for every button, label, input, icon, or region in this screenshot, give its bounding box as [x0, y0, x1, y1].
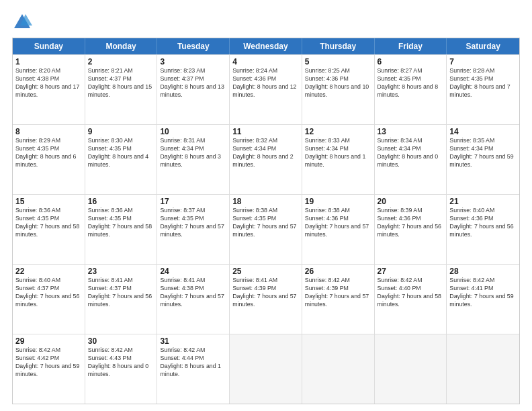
day-number: 8 [15, 127, 82, 136]
calendar-cell: 8Sunrise: 8:29 AM Sunset: 4:35 PM Daylig… [13, 125, 85, 194]
cell-info: Sunrise: 8:36 AM Sunset: 4:35 PM Dayligh… [15, 207, 82, 239]
cell-info: Sunrise: 8:39 AM Sunset: 4:36 PM Dayligh… [378, 207, 444, 239]
calendar-cell: 30Sunrise: 8:42 AM Sunset: 4:43 PM Dayli… [85, 334, 158, 404]
cell-info: Sunrise: 8:23 AM Sunset: 4:37 PM Dayligh… [160, 67, 226, 99]
day-number: 29 [15, 336, 82, 346]
calendar-cell: 1Sunrise: 8:20 AM Sunset: 4:38 PM Daylig… [13, 55, 85, 124]
calendar-cell: 17Sunrise: 8:37 AM Sunset: 4:35 PM Dayli… [157, 195, 230, 264]
calendar-cell: 26Sunrise: 8:42 AM Sunset: 4:39 PM Dayli… [302, 265, 375, 334]
day-number: 31 [160, 336, 226, 346]
cell-info: Sunrise: 8:41 AM Sunset: 4:39 PM Dayligh… [232, 277, 299, 309]
day-number: 21 [449, 197, 517, 206]
header-day-monday: Monday [85, 38, 158, 54]
calendar-cell: 28Sunrise: 8:42 AM Sunset: 4:41 PM Dayli… [447, 265, 519, 334]
cell-info: Sunrise: 8:28 AM Sunset: 4:35 PM Dayligh… [449, 67, 517, 99]
day-number: 20 [378, 197, 444, 206]
calendar-cell: 9Sunrise: 8:30 AM Sunset: 4:35 PM Daylig… [85, 125, 158, 194]
day-number: 23 [88, 267, 154, 276]
day-number: 4 [232, 57, 299, 66]
cell-info: Sunrise: 8:41 AM Sunset: 4:38 PM Dayligh… [160, 277, 226, 309]
calendar-cell: 24Sunrise: 8:41 AM Sunset: 4:38 PM Dayli… [157, 265, 230, 334]
header [12, 12, 520, 32]
day-number: 17 [160, 197, 226, 206]
calendar-cell: 15Sunrise: 8:36 AM Sunset: 4:35 PM Dayli… [13, 195, 85, 264]
day-number: 14 [449, 127, 517, 136]
cell-info: Sunrise: 8:34 AM Sunset: 4:34 PM Dayligh… [378, 137, 444, 169]
cell-info: Sunrise: 8:32 AM Sunset: 4:34 PM Dayligh… [232, 137, 299, 169]
header-day-tuesday: Tuesday [157, 38, 230, 54]
header-day-thursday: Thursday [302, 38, 375, 54]
logo-icon [12, 12, 32, 32]
calendar-cell: 12Sunrise: 8:33 AM Sunset: 4:34 PM Dayli… [302, 125, 375, 194]
day-number: 1 [15, 57, 82, 66]
header-day-wednesday: Wednesday [230, 38, 302, 54]
calendar-cell: 23Sunrise: 8:41 AM Sunset: 4:37 PM Dayli… [85, 265, 158, 334]
cell-info: Sunrise: 8:25 AM Sunset: 4:36 PM Dayligh… [305, 67, 371, 99]
day-number: 6 [378, 57, 444, 66]
day-number: 25 [232, 267, 299, 276]
cell-info: Sunrise: 8:20 AM Sunset: 4:38 PM Dayligh… [15, 67, 82, 99]
calendar-cell: 27Sunrise: 8:42 AM Sunset: 4:40 PM Dayli… [375, 265, 447, 334]
cell-info: Sunrise: 8:37 AM Sunset: 4:35 PM Dayligh… [160, 207, 226, 239]
calendar: SundayMondayTuesdayWednesdayThursdayFrid… [12, 38, 520, 404]
calendar-row-4: 22Sunrise: 8:40 AM Sunset: 4:37 PM Dayli… [13, 264, 519, 334]
cell-info: Sunrise: 8:40 AM Sunset: 4:36 PM Dayligh… [449, 207, 517, 239]
calendar-row-3: 15Sunrise: 8:36 AM Sunset: 4:35 PM Dayli… [13, 194, 519, 264]
calendar-cell [302, 334, 375, 404]
calendar-cell: 6Sunrise: 8:27 AM Sunset: 4:35 PM Daylig… [375, 55, 447, 124]
cell-info: Sunrise: 8:41 AM Sunset: 4:37 PM Dayligh… [88, 277, 154, 309]
header-day-saturday: Saturday [447, 38, 519, 54]
page: SundayMondayTuesdayWednesdayThursdayFrid… [0, 0, 532, 411]
day-number: 30 [88, 336, 154, 346]
calendar-cell [447, 334, 519, 404]
calendar-row-1: 1Sunrise: 8:20 AM Sunset: 4:38 PM Daylig… [13, 54, 519, 124]
calendar-cell: 20Sunrise: 8:39 AM Sunset: 4:36 PM Dayli… [375, 195, 447, 264]
calendar-cell: 31Sunrise: 8:42 AM Sunset: 4:44 PM Dayli… [157, 334, 230, 404]
cell-info: Sunrise: 8:27 AM Sunset: 4:35 PM Dayligh… [378, 67, 444, 99]
cell-info: Sunrise: 8:42 AM Sunset: 4:39 PM Dayligh… [305, 277, 371, 309]
logo [12, 12, 35, 32]
cell-info: Sunrise: 8:30 AM Sunset: 4:35 PM Dayligh… [88, 137, 154, 169]
day-number: 13 [378, 127, 444, 136]
day-number: 15 [15, 197, 82, 206]
day-number: 26 [305, 267, 371, 276]
cell-info: Sunrise: 8:42 AM Sunset: 4:44 PM Dayligh… [160, 347, 226, 379]
cell-info: Sunrise: 8:36 AM Sunset: 4:35 PM Dayligh… [88, 207, 154, 239]
calendar-cell: 13Sunrise: 8:34 AM Sunset: 4:34 PM Dayli… [375, 125, 447, 194]
calendar-cell: 16Sunrise: 8:36 AM Sunset: 4:35 PM Dayli… [85, 195, 158, 264]
cell-info: Sunrise: 8:29 AM Sunset: 4:35 PM Dayligh… [15, 137, 82, 169]
day-number: 22 [15, 267, 82, 276]
calendar-cell: 10Sunrise: 8:31 AM Sunset: 4:34 PM Dayli… [157, 125, 230, 194]
cell-info: Sunrise: 8:42 AM Sunset: 4:43 PM Dayligh… [88, 347, 154, 379]
day-number: 28 [449, 267, 517, 276]
calendar-cell: 18Sunrise: 8:38 AM Sunset: 4:35 PM Dayli… [230, 195, 302, 264]
day-number: 5 [305, 57, 371, 66]
header-day-friday: Friday [375, 38, 447, 54]
calendar-cell: 3Sunrise: 8:23 AM Sunset: 4:37 PM Daylig… [157, 55, 230, 124]
cell-info: Sunrise: 8:40 AM Sunset: 4:37 PM Dayligh… [15, 277, 82, 309]
calendar-row-5: 29Sunrise: 8:42 AM Sunset: 4:42 PM Dayli… [13, 334, 519, 404]
calendar-cell: 4Sunrise: 8:24 AM Sunset: 4:36 PM Daylig… [230, 55, 302, 124]
calendar-cell: 7Sunrise: 8:28 AM Sunset: 4:35 PM Daylig… [447, 55, 519, 124]
calendar-cell: 5Sunrise: 8:25 AM Sunset: 4:36 PM Daylig… [302, 55, 375, 124]
day-number: 9 [88, 127, 154, 136]
calendar-header: SundayMondayTuesdayWednesdayThursdayFrid… [13, 38, 519, 54]
calendar-cell: 25Sunrise: 8:41 AM Sunset: 4:39 PM Dayli… [230, 265, 302, 334]
day-number: 19 [305, 197, 371, 206]
calendar-cell: 21Sunrise: 8:40 AM Sunset: 4:36 PM Dayli… [447, 195, 519, 264]
calendar-body: 1Sunrise: 8:20 AM Sunset: 4:38 PM Daylig… [13, 54, 519, 404]
calendar-row-2: 8Sunrise: 8:29 AM Sunset: 4:35 PM Daylig… [13, 124, 519, 194]
day-number: 10 [160, 127, 226, 136]
cell-info: Sunrise: 8:42 AM Sunset: 4:42 PM Dayligh… [15, 347, 82, 379]
calendar-cell: 19Sunrise: 8:38 AM Sunset: 4:36 PM Dayli… [302, 195, 375, 264]
day-number: 7 [449, 57, 517, 66]
cell-info: Sunrise: 8:35 AM Sunset: 4:34 PM Dayligh… [449, 137, 517, 169]
cell-info: Sunrise: 8:38 AM Sunset: 4:36 PM Dayligh… [305, 207, 371, 239]
calendar-cell [230, 334, 302, 404]
day-number: 27 [378, 267, 444, 276]
calendar-cell: 14Sunrise: 8:35 AM Sunset: 4:34 PM Dayli… [447, 125, 519, 194]
cell-info: Sunrise: 8:38 AM Sunset: 4:35 PM Dayligh… [232, 207, 299, 239]
day-number: 12 [305, 127, 371, 136]
cell-info: Sunrise: 8:42 AM Sunset: 4:40 PM Dayligh… [378, 277, 444, 309]
day-number: 16 [88, 197, 154, 206]
